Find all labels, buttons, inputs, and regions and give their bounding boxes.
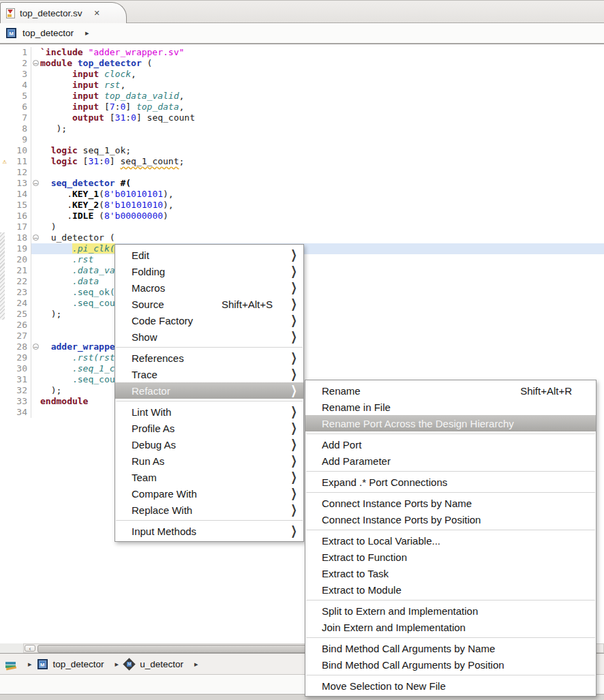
menu-item-move-selection-to-new-file[interactable]: Move Selection to New File <box>305 678 596 694</box>
menu-item-profile-as[interactable]: Profile As❯ <box>115 420 303 436</box>
line-number: 31 <box>9 374 31 385</box>
code-text[interactable]: ); <box>40 123 604 134</box>
fold-collapse-icon[interactable]: – <box>33 234 39 241</box>
menu-item-edit[interactable]: Edit❯ <box>115 247 303 263</box>
code-line[interactable]: 9 <box>0 134 604 145</box>
menu-item-add-port[interactable]: Add Port <box>305 436 596 453</box>
code-line[interactable]: 5 input top_data_valid, <box>0 91 604 102</box>
menu-item-code-factory[interactable]: Code Factory❯ <box>115 312 303 329</box>
breadcrumb-expand-arrow-icon[interactable]: ▸ <box>85 29 89 37</box>
editor-breadcrumb-top: M top_detector ▸ <box>0 23 604 44</box>
annotation-gutter <box>0 222 9 232</box>
editor-tab[interactable]: top_detector.sv ✕ <box>0 2 127 24</box>
menu-item-rename-port-across-the-design-hierarchy[interactable]: Rename Port Across the Design Hierarchy <box>305 415 596 431</box>
menu-item-folding[interactable]: Folding❯ <box>115 263 303 279</box>
annotation-gutter <box>0 320 9 331</box>
code-line[interactable]: 1`include "adder_wrapper.sv" <box>0 47 604 58</box>
fold-collapse-icon[interactable]: – <box>33 180 39 186</box>
menu-separator <box>116 520 303 521</box>
menu-item-source[interactable]: SourceShift+Alt+S❯ <box>115 296 303 312</box>
menu-item-split-to-extern-and-implementation[interactable]: Split to Extern and Implementation <box>305 603 596 619</box>
menu-item-rename[interactable]: RenameShift+Alt+R <box>305 382 596 399</box>
menu-item-bind-method-call-arguments-by-name[interactable]: Bind Method Call Arguments by Name <box>305 640 596 656</box>
code-line[interactable]: 14 .KEY_1(8'b01010101), <box>0 189 604 200</box>
code-text[interactable]: .KEY_2(8'b10101010), <box>40 200 604 211</box>
menu-item-references[interactable]: References❯ <box>115 350 303 366</box>
code-text[interactable]: module top_detector ( <box>40 58 604 69</box>
code-token <box>40 374 72 384</box>
menu-item-connect-instance-ports-by-name[interactable]: Connect Instance Ports by Name <box>305 495 596 511</box>
menu-item-connect-instance-ports-by-position[interactable]: Connect Instance Ports by Position <box>305 511 596 528</box>
breadcrumb-arrow-icon[interactable]: ▸ <box>194 660 198 669</box>
menu-item-join-extern-and-implementation[interactable]: Join Extern and Implementation <box>305 619 596 635</box>
fold-collapse-icon[interactable]: – <box>33 60 39 66</box>
menu-item-input-methods[interactable]: Input Methods❯ <box>115 523 303 539</box>
breadcrumb-arrow-icon[interactable]: ▸ <box>28 660 32 669</box>
code-text[interactable]: logic [31:0] seq_1_count; <box>40 156 604 167</box>
menu-item-add-parameter[interactable]: Add Parameter <box>305 453 596 469</box>
breadcrumb-item-u-detector[interactable]: u_detector <box>140 659 183 669</box>
code-text[interactable]: input [7:0] top_data, <box>40 102 604 112</box>
menu-item-replace-with[interactable]: Replace With❯ <box>115 502 303 518</box>
code-line[interactable]: ⚠11 logic [31:0] seq_1_count; <box>0 156 604 167</box>
code-line[interactable]: 2–module top_detector ( <box>0 58 604 69</box>
code-token <box>40 276 72 286</box>
code-line[interactable]: 18– u_detector ( <box>0 232 604 243</box>
code-text[interactable]: `include "adder_wrapper.sv" <box>40 47 604 58</box>
code-token <box>40 91 72 101</box>
code-text[interactable]: input top_data_valid, <box>40 91 604 102</box>
menu-item-refactor[interactable]: Refactor❯ <box>115 382 303 399</box>
menu-item-show[interactable]: Show❯ <box>115 329 303 345</box>
menu-item-label: Connect Instance Ports by Position <box>322 514 481 526</box>
menu-item-run-as[interactable]: Run As❯ <box>115 453 303 469</box>
code-text[interactable]: u_detector ( <box>40 232 604 243</box>
code-text[interactable]: output [31:0] seq_count <box>40 112 604 123</box>
code-text[interactable]: input clock, <box>40 69 604 80</box>
code-line[interactable]: 16 .IDLE (8'b00000000) <box>0 211 604 222</box>
line-number: 2 <box>9 58 31 69</box>
menu-item-lint-with[interactable]: Lint With❯ <box>115 404 303 420</box>
menu-item-expand-port-connections[interactable]: Expand .* Port Connections <box>305 474 596 490</box>
line-number: 28 <box>9 341 31 352</box>
menu-item-extract-to-task[interactable]: Extract to Task <box>305 565 596 581</box>
code-text[interactable]: seq_detector #( <box>40 178 604 189</box>
fold-collapse-icon[interactable]: – <box>33 344 39 350</box>
line-number: 8 <box>9 123 31 134</box>
code-line[interactable]: 8 ); <box>0 123 604 134</box>
menu-item-bind-method-call-arguments-by-position[interactable]: Bind Method Call Arguments by Position <box>305 656 596 673</box>
code-text[interactable] <box>40 167 604 178</box>
menu-item-extract-to-function[interactable]: Extract to Function <box>305 549 596 565</box>
code-text[interactable]: .IDLE (8'b00000000) <box>40 211 604 222</box>
menu-item-extract-to-local-variable[interactable]: Extract to Local Variable... <box>305 532 596 549</box>
breadcrumb-module-name[interactable]: top_detector <box>22 28 74 38</box>
fold-gutter <box>31 91 40 102</box>
code-text[interactable]: logic seq_1_ok; <box>40 145 604 156</box>
code-line[interactable]: 6 input [7:0] top_data, <box>0 102 604 112</box>
code-text[interactable] <box>40 134 604 145</box>
code-line[interactable]: 3 input clock, <box>0 69 604 80</box>
code-line[interactable]: 7 output [31:0] seq_count <box>0 112 604 123</box>
menu-item-rename-in-file[interactable]: Rename in File <box>305 399 596 415</box>
code-text[interactable]: .KEY_1(8'b01010101), <box>40 189 604 200</box>
menu-item-team[interactable]: Team❯ <box>115 469 303 485</box>
code-text[interactable]: ) <box>40 222 604 232</box>
code-line[interactable]: 17 ) <box>0 222 604 232</box>
breadcrumb-item-top-detector[interactable]: top_detector <box>53 659 104 669</box>
code-line[interactable]: 13– seq_detector #( <box>0 178 604 189</box>
tab-close-icon[interactable]: ✕ <box>94 9 100 18</box>
code-line[interactable]: 10 logic seq_1_ok; <box>0 145 604 156</box>
breadcrumb-arrow-icon[interactable]: ▸ <box>115 660 119 669</box>
code-line[interactable]: 15 .KEY_2(8'b10101010), <box>0 200 604 211</box>
scroll-left-button[interactable]: ‹ <box>25 645 35 652</box>
code-line[interactable]: 4 input rst, <box>0 80 604 91</box>
menu-item-extract-to-module[interactable]: Extract to Module <box>305 581 596 598</box>
annotation-gutter <box>0 167 9 178</box>
fold-gutter <box>31 156 40 167</box>
menu-item-compare-with[interactable]: Compare With❯ <box>115 485 303 502</box>
submenu-arrow-icon: ❯ <box>290 503 297 517</box>
menu-item-debug-as[interactable]: Debug As❯ <box>115 436 303 453</box>
code-line[interactable]: 12 <box>0 167 604 178</box>
code-text[interactable]: input rst, <box>40 80 604 91</box>
menu-item-macros[interactable]: Macros❯ <box>115 279 303 296</box>
menu-item-trace[interactable]: Trace❯ <box>115 366 303 382</box>
